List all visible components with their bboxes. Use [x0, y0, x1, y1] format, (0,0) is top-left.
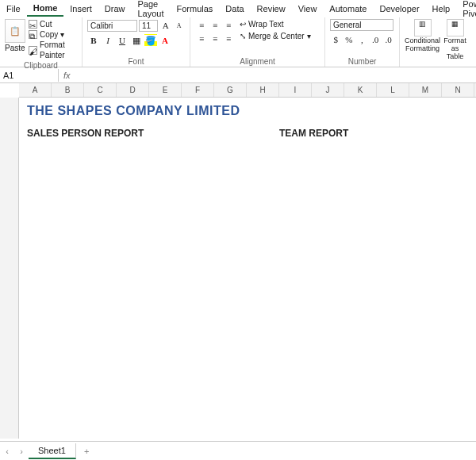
company-title: THE SHAPES COMPANY LIMITED — [27, 104, 470, 118]
col-header[interactable]: B — [52, 83, 84, 97]
copy-label: Copy — [40, 29, 58, 40]
cut-label: Cut — [40, 19, 52, 29]
fill-color-button[interactable]: 🪣 — [144, 34, 157, 47]
row-headers[interactable] — [0, 98, 19, 439]
group-number: General $ % , .0 .0 Number — [325, 17, 400, 67]
add-sheet-button[interactable]: + — [76, 444, 97, 458]
column-headers[interactable]: ABCDEFGHIJKLMN — [19, 83, 476, 98]
fx-icon[interactable]: fx — [59, 71, 75, 80]
ribbon-tabs: FileHomeInsertDrawPage LayoutFormulasDat… — [0, 0, 476, 17]
col-header[interactable]: F — [182, 83, 214, 97]
brush-icon: 🖌 — [29, 46, 37, 55]
group-styles: ▥ Conditional Formatting ▦ Format as Tab… — [400, 17, 471, 67]
col-header[interactable]: H — [247, 83, 279, 97]
border-button[interactable]: ▦ — [130, 34, 143, 47]
group-clipboard: 📋 Paste ✂Cut ⧉Copy ▾ 🖌Format Painter Cli… — [0, 17, 83, 67]
tab-draw[interactable]: Draw — [98, 2, 132, 16]
copy-button[interactable]: ⧉Copy ▾ — [29, 29, 77, 40]
cond-label: Conditional Formatting — [405, 36, 440, 52]
group-label-font: Font — [87, 56, 185, 66]
tab-formulas[interactable]: Formulas — [171, 2, 220, 16]
col-header[interactable]: M — [409, 83, 442, 97]
comma-icon[interactable]: , — [356, 33, 368, 46]
alignment-grid[interactable]: ≡≡≡ ≡≡≡ — [195, 19, 235, 45]
wrap-label: Wrap Text — [248, 19, 284, 29]
group-label-number: Number — [330, 56, 394, 66]
left-report-heading: SALES PERSON REPORT — [27, 128, 241, 139]
tab-nav-prev[interactable]: ‹ — [0, 447, 14, 456]
format-as-table-button[interactable]: ▦ Format as Table — [443, 19, 466, 60]
increase-font-icon[interactable]: A — [159, 19, 171, 32]
team-report: TEAM REPORT — [279, 118, 446, 139]
inc-decimal-icon[interactable]: .0 — [370, 33, 382, 46]
ribbon: FileHomeInsertDrawPage LayoutFormulasDat… — [0, 0, 476, 67]
group-font: Calibri 11 A A B I U ▦ 🪣 A Font — [83, 17, 190, 67]
font-size-select[interactable]: 11 — [139, 20, 158, 32]
sheet-content: THE SHAPES COMPANY LIMITED SALES PERSON … — [19, 98, 476, 145]
worksheet[interactable]: THE SHAPES COMPANY LIMITED SALES PERSON … — [0, 98, 476, 439]
ribbon-groups: 📋 Paste ✂Cut ⧉Copy ▾ 🖌Format Painter Cli… — [0, 17, 476, 67]
conditional-formatting-button[interactable]: ▥ Conditional Formatting — [405, 19, 440, 60]
tab-view[interactable]: View — [292, 2, 324, 16]
underline-button[interactable]: U — [116, 34, 129, 47]
formula-bar: A1 fx — [0, 67, 476, 83]
wrap-text-button[interactable]: ↩ Wrap Text — [240, 19, 311, 29]
tab-help[interactable]: Help — [426, 2, 457, 16]
italic-button[interactable]: I — [102, 34, 114, 47]
copy-icon: ⧉ — [29, 30, 37, 39]
merge-icon: ⤡ — [240, 31, 246, 41]
col-header[interactable]: K — [344, 83, 377, 97]
font-name-select[interactable]: Calibri — [87, 20, 137, 32]
col-header[interactable]: D — [117, 83, 149, 97]
tab-insert[interactable]: Insert — [63, 2, 98, 16]
col-header[interactable]: N — [442, 83, 474, 97]
col-header[interactable]: I — [279, 83, 312, 97]
col-header[interactable]: J — [312, 83, 344, 97]
col-header[interactable]: E — [149, 83, 182, 97]
group-label-alignment: Alignment — [195, 56, 320, 66]
paste-label: Paste — [5, 43, 25, 53]
tab-automate[interactable]: Automate — [323, 2, 373, 16]
format-painter-label: Format Painter — [40, 40, 77, 60]
wrap-icon: ↩ — [240, 19, 246, 29]
tab-developer[interactable]: Developer — [373, 2, 425, 16]
sheet-tab[interactable]: Sheet1 — [29, 443, 76, 459]
merge-label: Merge & Center — [248, 31, 305, 41]
dec-decimal-icon[interactable]: .0 — [382, 33, 394, 46]
tab-home[interactable]: Home — [27, 1, 64, 17]
number-format-select[interactable]: General — [330, 19, 393, 31]
decrease-font-icon[interactable]: A — [173, 19, 185, 32]
tab-review[interactable]: Review — [251, 2, 292, 16]
accounting-icon[interactable]: $ — [330, 33, 342, 46]
format-painter-button[interactable]: 🖌Format Painter — [29, 40, 77, 60]
right-report-heading: TEAM REPORT — [279, 128, 446, 139]
merge-center-button[interactable]: ⤡ Merge & Center ▾ — [240, 31, 311, 41]
col-header[interactable]: G — [214, 83, 247, 97]
paste-button[interactable]: 📋 Paste — [5, 19, 25, 60]
tab-data[interactable]: Data — [219, 2, 250, 16]
bold-button[interactable]: B — [87, 34, 100, 47]
clipboard-icon: 📋 — [5, 19, 25, 43]
cond-format-icon: ▥ — [414, 19, 432, 36]
font-color-button[interactable]: A — [159, 34, 171, 47]
sheet-tab-bar: ‹ › Sheet1 + — [0, 441, 476, 460]
col-header[interactable]: A — [19, 83, 52, 97]
tab-file[interactable]: File — [0, 2, 27, 16]
col-header[interactable]: L — [377, 83, 409, 97]
scissors-icon: ✂ — [29, 20, 37, 29]
tab-nav-next[interactable]: › — [14, 447, 29, 456]
table-icon: ▦ — [447, 19, 464, 36]
name-box[interactable]: A1 — [0, 69, 59, 82]
cut-button[interactable]: ✂Cut — [29, 19, 77, 29]
percent-icon[interactable]: % — [344, 33, 355, 46]
col-header[interactable]: C — [84, 83, 117, 97]
fmt-table-label: Format as Table — [443, 36, 466, 60]
sales-person-report: SALES PERSON REPORT — [27, 118, 241, 139]
group-alignment: ≡≡≡ ≡≡≡ ↩ Wrap Text ⤡ Merge & Center ▾ A… — [190, 17, 325, 67]
